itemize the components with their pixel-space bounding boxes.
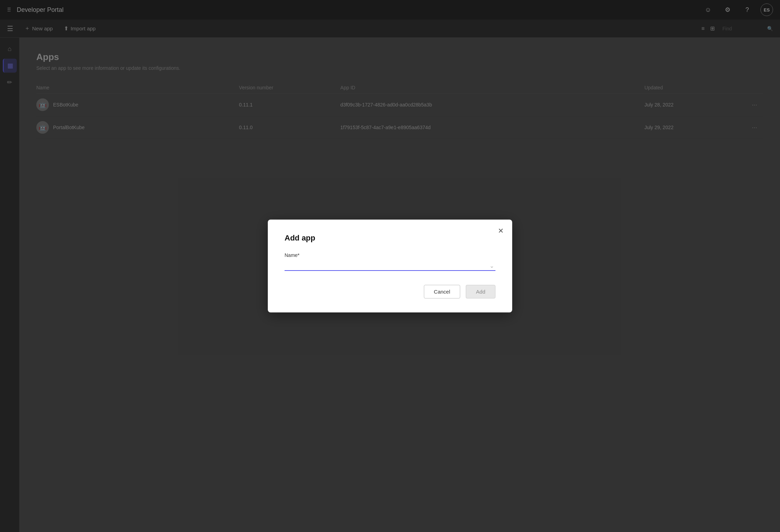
modal-overlay: Add app ✕ Name* ⌄ Cancel Add bbox=[0, 0, 780, 532]
add-app-modal: Add app ✕ Name* ⌄ Cancel Add bbox=[268, 220, 512, 312]
modal-title: Add app bbox=[285, 234, 495, 243]
modal-close-button[interactable]: ✕ bbox=[498, 227, 504, 235]
name-field-label: Name* bbox=[285, 252, 495, 258]
name-input[interactable] bbox=[285, 260, 495, 271]
cancel-button[interactable]: Cancel bbox=[424, 285, 461, 298]
add-button[interactable]: Add bbox=[466, 285, 495, 298]
name-input-wrap: ⌄ bbox=[285, 260, 495, 271]
input-clear-button[interactable]: ⌄ bbox=[490, 262, 494, 269]
modal-actions: Cancel Add bbox=[285, 285, 495, 298]
